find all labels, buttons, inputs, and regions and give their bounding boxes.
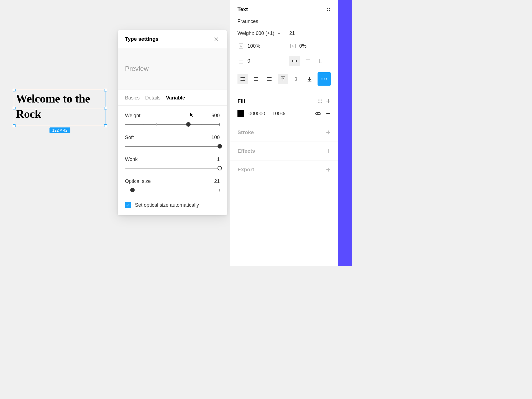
align-center-button[interactable] [251, 74, 261, 84]
resize-handle-mr[interactable] [104, 107, 107, 109]
svg-point-41 [321, 99, 322, 101]
add-fill-button[interactable] [326, 99, 331, 104]
svg-text:A: A [291, 44, 294, 48]
slider-optical-size: Optical size 21 [125, 178, 220, 192]
fill-style-icon[interactable] [318, 99, 323, 104]
optical-auto-checkbox-row[interactable]: Set optical size automatically [125, 200, 220, 208]
weight-value: 600 [211, 113, 220, 119]
auto-width-button[interactable] [289, 56, 300, 66]
soft-slider-track[interactable] [125, 144, 220, 148]
style-options-icon[interactable] [326, 7, 331, 12]
align-right-icon [267, 77, 272, 81]
resize-handle-tl[interactable] [13, 89, 16, 91]
align-center-icon [253, 77, 259, 81]
resize-handle-ml[interactable] [13, 107, 16, 109]
remove-fill-button[interactable] [326, 111, 331, 116]
export-section: Export [230, 160, 338, 179]
wonk-slider-track[interactable] [125, 166, 220, 170]
add-stroke-button[interactable] [326, 130, 331, 135]
letter-spacing-input[interactable]: A 0% [289, 42, 331, 50]
svg-point-42 [318, 102, 319, 103]
resize-handle-br[interactable] [104, 124, 107, 127]
svg-point-39 [326, 78, 327, 80]
horizontal-align-group [237, 74, 275, 84]
stroke-section: Stroke [230, 123, 338, 142]
optical-size-label: Optical size [125, 178, 151, 184]
align-top-button[interactable] [278, 74, 288, 84]
type-settings-dialog: Type settings Preview Basics Details Var… [118, 30, 227, 215]
wonk-slider-thumb[interactable] [218, 166, 222, 170]
fill-hex-input[interactable]: 000000 [249, 111, 268, 117]
wonk-label: Wonk [125, 157, 138, 162]
svg-point-4 [327, 10, 328, 11]
weight-slider-thumb[interactable] [186, 122, 191, 127]
tab-variable[interactable]: Variable [166, 95, 185, 101]
fill-visibility-toggle[interactable] [315, 111, 321, 116]
svg-point-46 [317, 113, 319, 114]
soft-slider-thumb[interactable] [218, 144, 222, 149]
align-middle-icon [294, 76, 299, 82]
wonk-value: 1 [217, 157, 220, 162]
close-icon [214, 37, 219, 42]
resize-handle-bl[interactable] [13, 124, 16, 127]
optical-size-value: 21 [214, 178, 220, 184]
tab-basics[interactable]: Basics [125, 95, 140, 101]
font-size-input[interactable]: 21 [289, 30, 331, 36]
fill-color-swatch[interactable] [237, 110, 244, 117]
optical-slider-thumb[interactable] [130, 188, 135, 192]
paragraph-spacing-icon [237, 57, 245, 65]
tab-details[interactable]: Details [145, 95, 160, 101]
preview-label: Preview [125, 65, 220, 73]
align-bottom-button[interactable] [304, 74, 315, 84]
auto-height-icon [305, 59, 311, 63]
selection-size-badge: 122 × 42 [50, 127, 70, 133]
font-weight-select[interactable]: Weight: 600 (+1) [237, 30, 289, 36]
align-left-icon [240, 77, 245, 81]
inspector-panel: Text Fraunces Weight: 600 (+1) 21 A [230, 0, 338, 266]
svg-point-3 [329, 8, 330, 9]
text-section-title: Text [237, 6, 248, 12]
slider-wonk: Wonk 1 [125, 157, 220, 170]
line-height-input[interactable]: A 100% [237, 42, 289, 50]
resize-handle-tr[interactable] [104, 89, 107, 91]
close-button[interactable] [213, 36, 220, 42]
svg-rect-20 [319, 59, 323, 63]
fixed-size-button[interactable] [316, 56, 326, 66]
stroke-section-title: Stroke [237, 129, 254, 135]
align-right-button[interactable] [264, 74, 275, 84]
auto-height-button[interactable] [303, 56, 313, 66]
check-icon [126, 203, 130, 207]
auto-width-icon [291, 59, 298, 63]
slider-soft: Soft 100 [125, 135, 220, 148]
weight-slider-track[interactable] [125, 122, 220, 126]
add-export-button[interactable] [326, 167, 331, 172]
selected-text-frame[interactable]: Welcome to the Rock 122 × 42 [14, 90, 106, 126]
svg-point-38 [324, 78, 325, 80]
svg-point-40 [318, 99, 319, 101]
line-height-icon: A [237, 42, 245, 50]
vertical-align-group [278, 74, 315, 84]
export-section-title: Export [237, 167, 254, 173]
align-middle-button[interactable] [291, 74, 301, 84]
fixed-size-icon [319, 58, 324, 63]
fill-section: Fill 000000 100% [230, 92, 338, 123]
type-options-button[interactable] [318, 72, 331, 86]
text-section: Text Fraunces Weight: 600 (+1) 21 A [230, 0, 338, 92]
align-bottom-icon [307, 76, 312, 82]
fill-opacity-input[interactable]: 100% [272, 111, 289, 117]
chevron-down-icon [277, 32, 281, 35]
optical-slider-track[interactable] [125, 188, 220, 192]
fill-section-title: Fill [237, 98, 245, 104]
paragraph-spacing-input[interactable]: 0 [237, 57, 289, 65]
svg-point-43 [321, 102, 322, 103]
svg-point-5 [329, 10, 330, 11]
effects-section-title: Effects [237, 148, 255, 154]
weight-label: Weight [125, 113, 140, 119]
resize-mode-group [289, 56, 331, 66]
add-effect-button[interactable] [326, 149, 331, 154]
optical-auto-checkbox[interactable] [125, 202, 131, 208]
svg-point-37 [321, 78, 323, 80]
font-family-select[interactable]: Fraunces [237, 19, 331, 24]
optical-auto-label: Set optical size automatically [135, 202, 199, 208]
align-left-button[interactable] [237, 74, 248, 84]
